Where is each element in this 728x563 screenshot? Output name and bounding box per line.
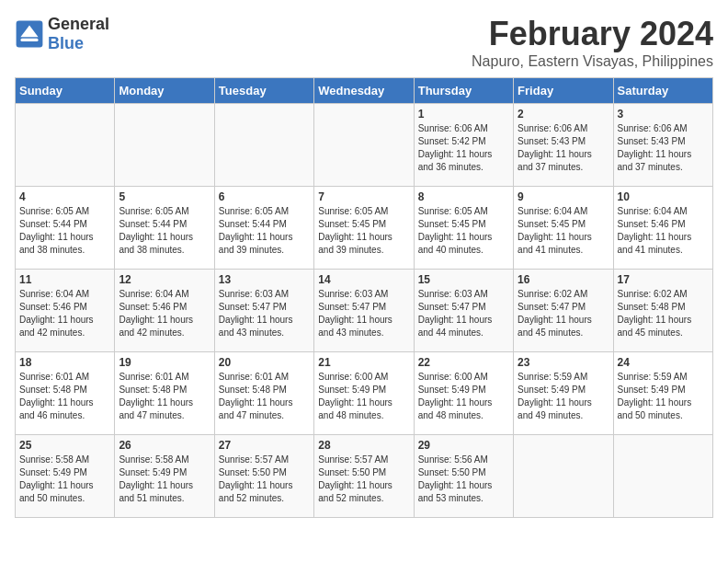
- calendar-cell: 23Sunrise: 5:59 AM Sunset: 5:49 PM Dayli…: [514, 352, 613, 435]
- day-info: Sunrise: 6:05 AM Sunset: 5:44 PM Dayligh…: [219, 205, 310, 257]
- day-number: 12: [119, 273, 210, 286]
- calendar-cell: 26Sunrise: 5:58 AM Sunset: 5:49 PM Dayli…: [115, 435, 214, 518]
- day-info: Sunrise: 5:56 AM Sunset: 5:50 PM Dayligh…: [418, 454, 509, 505]
- header-monday: Monday: [115, 78, 214, 104]
- day-number: 18: [19, 356, 110, 369]
- location-title: Napuro, Eastern Visayas, Philippines: [472, 53, 713, 70]
- calendar-cell: 2Sunrise: 6:06 AM Sunset: 5:43 PM Daylig…: [514, 104, 613, 187]
- calendar-table: SundayMondayTuesdayWednesdayThursdayFrid…: [15, 77, 713, 518]
- day-number: 28: [318, 439, 409, 452]
- day-number: 5: [119, 190, 210, 203]
- calendar-cell: 28Sunrise: 5:57 AM Sunset: 5:50 PM Dayli…: [314, 435, 414, 518]
- day-info: Sunrise: 6:01 AM Sunset: 5:48 PM Dayligh…: [119, 371, 210, 422]
- calendar-cell: 16Sunrise: 6:02 AM Sunset: 5:47 PM Dayli…: [514, 270, 613, 352]
- calendar-cell: 24Sunrise: 5:59 AM Sunset: 5:49 PM Dayli…: [613, 352, 712, 435]
- day-info: Sunrise: 6:03 AM Sunset: 5:47 PM Dayligh…: [318, 288, 409, 339]
- calendar-cell: 18Sunrise: 6:01 AM Sunset: 5:48 PM Dayli…: [16, 352, 115, 435]
- calendar-cell: 20Sunrise: 6:01 AM Sunset: 5:48 PM Dayli…: [214, 352, 313, 435]
- day-number: 29: [418, 439, 509, 452]
- calendar-week-5: 25Sunrise: 5:58 AM Sunset: 5:49 PM Dayli…: [16, 435, 713, 518]
- logo-line2: Blue: [48, 34, 109, 53]
- day-number: 13: [219, 273, 310, 286]
- calendar-cell: 25Sunrise: 5:58 AM Sunset: 5:49 PM Dayli…: [16, 435, 115, 518]
- calendar-cell: [214, 104, 313, 187]
- calendar-cell: [514, 435, 613, 518]
- day-info: Sunrise: 5:58 AM Sunset: 5:49 PM Dayligh…: [19, 454, 110, 505]
- day-info: Sunrise: 6:00 AM Sunset: 5:49 PM Dayligh…: [318, 371, 409, 422]
- day-number: 9: [518, 190, 609, 203]
- day-info: Sunrise: 6:03 AM Sunset: 5:47 PM Dayligh…: [219, 288, 310, 339]
- day-info: Sunrise: 6:04 AM Sunset: 5:46 PM Dayligh…: [618, 205, 709, 257]
- day-info: Sunrise: 6:01 AM Sunset: 5:48 PM Dayligh…: [19, 371, 110, 422]
- calendar-cell: 11Sunrise: 6:04 AM Sunset: 5:46 PM Dayli…: [16, 270, 115, 352]
- day-number: 14: [318, 273, 409, 286]
- day-info: Sunrise: 6:01 AM Sunset: 5:48 PM Dayligh…: [219, 371, 310, 422]
- header-wednesday: Wednesday: [314, 78, 414, 104]
- month-title: February 2024: [472, 15, 713, 53]
- day-number: 3: [618, 108, 709, 121]
- svg-rect-2: [20, 39, 38, 41]
- calendar-cell: 21Sunrise: 6:00 AM Sunset: 5:49 PM Dayli…: [314, 352, 414, 435]
- calendar-cell: 29Sunrise: 5:56 AM Sunset: 5:50 PM Dayli…: [414, 435, 513, 518]
- calendar-cell: 10Sunrise: 6:04 AM Sunset: 5:46 PM Dayli…: [613, 187, 712, 270]
- day-number: 19: [119, 356, 210, 369]
- calendar-cell: 1Sunrise: 6:06 AM Sunset: 5:42 PM Daylig…: [414, 104, 513, 187]
- header-sunday: Sunday: [16, 78, 115, 104]
- header-thursday: Thursday: [414, 78, 513, 104]
- day-info: Sunrise: 5:58 AM Sunset: 5:49 PM Dayligh…: [119, 454, 210, 505]
- day-number: 2: [518, 108, 609, 121]
- day-number: 1: [418, 108, 509, 121]
- calendar-week-1: 1Sunrise: 6:06 AM Sunset: 5:42 PM Daylig…: [16, 104, 713, 187]
- day-info: Sunrise: 6:06 AM Sunset: 5:43 PM Dayligh…: [518, 122, 609, 174]
- day-info: Sunrise: 6:05 AM Sunset: 5:44 PM Dayligh…: [19, 205, 110, 257]
- day-number: 16: [518, 273, 609, 286]
- calendar-cell: 5Sunrise: 6:05 AM Sunset: 5:44 PM Daylig…: [115, 187, 214, 270]
- day-info: Sunrise: 6:02 AM Sunset: 5:48 PM Dayligh…: [618, 288, 709, 339]
- day-info: Sunrise: 6:06 AM Sunset: 5:42 PM Dayligh…: [418, 122, 509, 174]
- day-info: Sunrise: 6:05 AM Sunset: 5:44 PM Dayligh…: [119, 205, 210, 257]
- day-number: 11: [19, 273, 110, 286]
- calendar-cell: 19Sunrise: 6:01 AM Sunset: 5:48 PM Dayli…: [115, 352, 214, 435]
- calendar-cell: 22Sunrise: 6:00 AM Sunset: 5:49 PM Dayli…: [414, 352, 513, 435]
- calendar-cell: [16, 104, 115, 187]
- day-number: 7: [318, 190, 409, 203]
- day-number: 22: [418, 356, 509, 369]
- day-info: Sunrise: 5:57 AM Sunset: 5:50 PM Dayligh…: [219, 454, 310, 505]
- calendar-cell: 12Sunrise: 6:04 AM Sunset: 5:46 PM Dayli…: [115, 270, 214, 352]
- calendar-cell: 3Sunrise: 6:06 AM Sunset: 5:43 PM Daylig…: [613, 104, 712, 187]
- day-info: Sunrise: 6:06 AM Sunset: 5:43 PM Dayligh…: [618, 122, 709, 174]
- logo-line1: General: [48, 15, 109, 34]
- calendar-cell: 6Sunrise: 6:05 AM Sunset: 5:44 PM Daylig…: [214, 187, 313, 270]
- day-info: Sunrise: 6:00 AM Sunset: 5:49 PM Dayligh…: [418, 371, 509, 422]
- day-info: Sunrise: 6:04 AM Sunset: 5:45 PM Dayligh…: [518, 205, 609, 257]
- calendar-cell: 17Sunrise: 6:02 AM Sunset: 5:48 PM Dayli…: [613, 270, 712, 352]
- day-info: Sunrise: 5:57 AM Sunset: 5:50 PM Dayligh…: [318, 454, 409, 505]
- day-info: Sunrise: 6:04 AM Sunset: 5:46 PM Dayligh…: [119, 288, 210, 339]
- day-number: 27: [219, 439, 310, 452]
- calendar-week-3: 11Sunrise: 6:04 AM Sunset: 5:46 PM Dayli…: [16, 270, 713, 352]
- day-info: Sunrise: 6:05 AM Sunset: 5:45 PM Dayligh…: [318, 205, 409, 257]
- calendar-cell: [115, 104, 214, 187]
- day-number: 24: [618, 356, 709, 369]
- day-number: 23: [518, 356, 609, 369]
- day-number: 15: [418, 273, 509, 286]
- day-info: Sunrise: 5:59 AM Sunset: 5:49 PM Dayligh…: [518, 371, 609, 422]
- calendar-cell: 7Sunrise: 6:05 AM Sunset: 5:45 PM Daylig…: [314, 187, 414, 270]
- calendar-cell: 9Sunrise: 6:04 AM Sunset: 5:45 PM Daylig…: [514, 187, 613, 270]
- calendar-header-row: SundayMondayTuesdayWednesdayThursdayFrid…: [16, 78, 713, 104]
- page-header: General Blue February 2024 Napuro, Easte…: [15, 15, 713, 70]
- day-number: 8: [418, 190, 509, 203]
- calendar-cell: 14Sunrise: 6:03 AM Sunset: 5:47 PM Dayli…: [314, 270, 414, 352]
- header-friday: Friday: [514, 78, 613, 104]
- day-number: 21: [318, 356, 409, 369]
- day-number: 25: [19, 439, 110, 452]
- header-tuesday: Tuesday: [214, 78, 313, 104]
- calendar-week-4: 18Sunrise: 6:01 AM Sunset: 5:48 PM Dayli…: [16, 352, 713, 435]
- day-number: 20: [219, 356, 310, 369]
- day-number: 10: [618, 190, 709, 203]
- day-info: Sunrise: 6:03 AM Sunset: 5:47 PM Dayligh…: [418, 288, 509, 339]
- day-number: 26: [119, 439, 210, 452]
- day-info: Sunrise: 6:04 AM Sunset: 5:46 PM Dayligh…: [19, 288, 110, 339]
- calendar-cell: [613, 435, 712, 518]
- day-number: 6: [219, 190, 310, 203]
